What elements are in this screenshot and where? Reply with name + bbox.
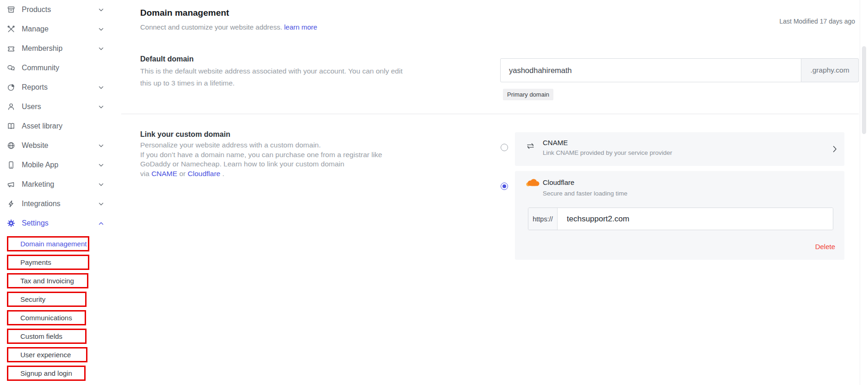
last-modified-text: Last Modified 17 days ago <box>780 18 855 25</box>
sub-item-label: Tax and Invoicing <box>20 277 74 285</box>
sidebar-item-label: Reports <box>22 83 99 92</box>
sidebar-item-mobile-app[interactable]: Mobile App <box>0 155 110 175</box>
chevron-down-icon <box>99 8 104 12</box>
users-icon <box>6 102 16 111</box>
sidebar-item-membership[interactable]: Membership <box>0 39 110 58</box>
sidebar-item-label: Settings <box>22 219 99 227</box>
chevron-down-icon <box>99 86 104 89</box>
sidebar-item-manage[interactable]: Manage <box>0 19 110 39</box>
sidebar-item-payments[interactable]: Payments <box>7 255 89 270</box>
reports-icon <box>6 83 16 92</box>
default-domain-input-group: .graphy.com <box>500 58 859 82</box>
sidebar-item-integrations[interactable]: Integrations <box>0 194 110 214</box>
line4-prefix: via <box>140 170 151 177</box>
sidebar-item-website[interactable]: Website <box>0 136 110 155</box>
cloudflare-radio[interactable] <box>501 183 508 190</box>
scrollbar-track[interactable] <box>860 0 868 385</box>
chevron-up-icon <box>99 222 104 225</box>
sidebar-item-label: Community <box>22 64 104 72</box>
settings-gear-icon <box>6 219 16 228</box>
custom-domain-description-line3: GoDaddy or Namecheap. Learn how to link … <box>140 159 382 169</box>
sidebar-item-user-experience[interactable]: User experience <box>7 347 87 362</box>
membership-icon <box>6 44 16 53</box>
cloudflare-help-link[interactable]: Cloudflare <box>188 170 221 177</box>
default-domain-input[interactable] <box>500 58 801 82</box>
sub-item-label: Payments <box>20 258 51 266</box>
sidebar-item-label: Asset library <box>22 122 104 130</box>
page-subtitle-text: Connect and customize your website addre… <box>140 23 282 31</box>
sidebar-item-tax-and-invoicing[interactable]: Tax and Invoicing <box>7 273 88 288</box>
custom-domain-description-line2: If you don’t have a domain name, you can… <box>140 150 382 160</box>
default-domain-description-line2: this up to 3 times in a lifetime. <box>140 77 403 89</box>
cname-option-subtitle: Link CNAME provided by your service prov… <box>543 149 672 156</box>
custom-domain-input-group: https:// <box>528 208 833 230</box>
custom-domain-description-line4: via CNAME or Cloudflare . <box>140 169 382 179</box>
swap-arrows-icon <box>526 143 535 149</box>
chevron-down-icon <box>99 202 104 206</box>
cloudflare-option-title: Cloudflare <box>543 178 574 186</box>
sidebar-item-label: Mobile App <box>22 161 99 169</box>
sidebar-item-community[interactable]: Community <box>0 58 110 78</box>
line4-suffix: . <box>220 170 224 177</box>
sidebar-item-label: Integrations <box>22 200 99 208</box>
custom-domain-label: Link your custom domain <box>140 130 230 139</box>
settings-submenu: Domain management Payments Tax and Invoi… <box>0 236 110 381</box>
sidebar-item-custom-fields[interactable]: Custom fields <box>7 329 87 344</box>
sidebar-item-label: Products <box>22 6 99 14</box>
cname-option-title: CNAME <box>543 139 568 147</box>
chevron-down-icon <box>99 164 104 167</box>
sidebar-item-asset-library[interactable]: Asset library <box>0 116 110 136</box>
default-domain-label: Default domain <box>140 55 194 63</box>
cname-radio[interactable] <box>501 144 508 151</box>
cloudflare-option-subtitle: Secure and faster loading time <box>543 190 627 197</box>
products-icon <box>6 5 16 14</box>
sidebar: Products Manage Membership Community Rep… <box>0 0 111 385</box>
sidebar-item-label: Website <box>22 141 99 150</box>
chevron-down-icon <box>99 183 104 186</box>
asset-library-icon <box>6 122 16 131</box>
mobile-app-icon <box>6 160 16 170</box>
section-divider <box>121 114 859 114</box>
sub-item-label: User experience <box>20 351 71 359</box>
sub-item-label: Custom fields <box>20 332 62 340</box>
sidebar-item-marketing[interactable]: Marketing <box>0 175 110 194</box>
line4-mid: or <box>177 170 187 177</box>
delete-domain-link[interactable]: Delete <box>815 243 835 251</box>
sidebar-item-label: Membership <box>22 44 99 53</box>
sidebar-item-label: Users <box>22 103 99 111</box>
custom-domain-description-line1: Personalize your website address with a … <box>140 141 382 150</box>
sidebar-item-users[interactable]: Users <box>0 97 110 116</box>
default-domain-description-line1: This is the default website address asso… <box>140 65 403 77</box>
sidebar-item-label: Marketing <box>22 180 99 189</box>
primary-domain-badge: Primary domain <box>503 89 553 100</box>
cname-help-link[interactable]: CNAME <box>151 170 177 177</box>
sub-item-label: Signup and login <box>20 369 72 377</box>
learn-more-link[interactable]: learn more <box>284 23 317 31</box>
cloudflare-option-card[interactable]: Cloudflare Secure and faster loading tim… <box>515 171 844 260</box>
chevron-down-icon <box>99 105 104 109</box>
page-header: Domain management Connect and customize … <box>110 0 868 45</box>
manage-icon <box>6 24 16 34</box>
custom-domain-input[interactable] <box>558 208 833 230</box>
sidebar-item-signup-and-login[interactable]: Signup and login <box>7 366 86 381</box>
sub-item-label: Domain management <box>20 240 87 248</box>
marketing-icon <box>6 180 16 189</box>
sidebar-item-communications[interactable]: Communications <box>7 310 86 325</box>
sidebar-item-domain-management[interactable]: Domain management <box>7 236 89 251</box>
sidebar-item-reports[interactable]: Reports <box>0 78 110 97</box>
sidebar-item-security[interactable]: Security <box>7 292 87 307</box>
page-title: Domain management <box>140 8 229 18</box>
chevron-down-icon <box>99 28 104 31</box>
website-icon <box>6 141 16 150</box>
scrollbar-thumb[interactable] <box>862 46 866 134</box>
domain-suffix-addon: .graphy.com <box>801 58 859 82</box>
chevron-right-icon <box>833 146 837 153</box>
sidebar-item-products[interactable]: Products <box>0 0 110 19</box>
integrations-icon <box>6 199 16 208</box>
default-domain-description: This is the default website address asso… <box>140 65 403 89</box>
cname-option-card[interactable]: CNAME Link CNAME provided by your servic… <box>515 132 844 166</box>
sub-item-label: Communications <box>20 314 72 322</box>
page-subtitle: Connect and customize your website addre… <box>140 23 317 31</box>
sidebar-item-settings[interactable]: Settings <box>0 214 110 233</box>
chevron-down-icon <box>99 47 104 50</box>
